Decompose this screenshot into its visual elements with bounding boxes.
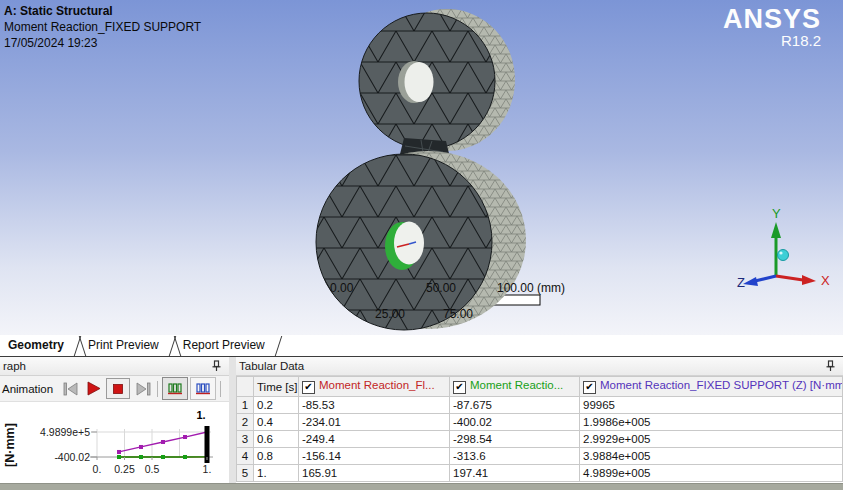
- x-axis-arrow[interactable]: [776, 276, 803, 280]
- moment-y-column-header[interactable]: ✔Moment Reactio...: [450, 377, 580, 397]
- pin-icon: [211, 360, 222, 372]
- view-tabbar: Geometry Print Preview Report Preview: [0, 335, 843, 357]
- graph-panel: raph Animation: [0, 357, 230, 483]
- result-graph-svg: 1.0.0.250.51.4.9899e+5-400.02[N·mm]: [0, 402, 229, 484]
- tab-geometry[interactable]: Geometry: [0, 335, 80, 356]
- result-bars-button[interactable]: [162, 377, 188, 400]
- play-icon: [86, 381, 101, 396]
- ansys-brand-text: ANSYS: [723, 5, 821, 33]
- svg-text:0.25: 0.25: [114, 463, 135, 475]
- skip-to-end-button[interactable]: [132, 379, 153, 398]
- moment-x-column-header[interactable]: ✔Moment Reaction_Fl...: [299, 377, 450, 397]
- svg-text:0.5: 0.5: [145, 463, 160, 475]
- result-annotation: A: Static Structural Moment Reaction_FIX…: [4, 3, 201, 51]
- stop-button[interactable]: [106, 378, 130, 399]
- svg-text:75.00: 75.00: [443, 307, 473, 321]
- bottom-panels: raph Animation: [0, 357, 843, 483]
- ansys-mechanical-window: 0.00 50.00 100.00 (mm) 25.00 75.00 A: St…: [0, 0, 843, 490]
- y-axis-label: Y: [772, 206, 781, 221]
- svg-text:0.: 0.: [93, 463, 102, 475]
- graph-pin-button[interactable]: [210, 360, 223, 373]
- ansys-version-text: R18.2: [723, 33, 821, 49]
- svg-text:100.00 (mm): 100.00 (mm): [497, 281, 565, 295]
- column-checkbox[interactable]: ✔: [453, 381, 466, 394]
- moment-z-column-header[interactable]: ✔Moment Reaction_FIXED SUPPORT (Z) [N·mm…: [580, 377, 843, 397]
- toolbar-separator: [157, 381, 158, 397]
- chart-bars-blue-icon: [195, 382, 211, 396]
- skip-to-end-icon: [135, 382, 151, 396]
- stop-icon: [112, 383, 124, 395]
- skip-to-start-button[interactable]: [60, 379, 81, 398]
- chart-bars-green-icon: [167, 382, 183, 396]
- animation-toolbar: Animation: [0, 376, 229, 402]
- svg-text:4.9899e+5: 4.9899e+5: [40, 426, 90, 438]
- tab-geometry-label: Geometry: [8, 338, 64, 352]
- graph-panel-title: raph: [3, 360, 210, 372]
- svg-text:-400.02: -400.02: [54, 451, 90, 463]
- lower-gear-hole: [394, 222, 424, 265]
- tabular-data-table: Time [s] ✔Moment Reaction_Fl... ✔Moment …: [236, 376, 843, 482]
- tab-print-preview[interactable]: Print Preview: [80, 335, 175, 356]
- z-axis-label: Z: [737, 275, 745, 290]
- lower-gear-mesh[interactable]: [316, 151, 526, 330]
- column-checkbox[interactable]: ✔: [302, 381, 315, 394]
- graph-panel-titlebar: raph: [0, 357, 229, 376]
- toolbar-separator: [220, 381, 221, 397]
- isometric-ball[interactable]: [778, 250, 789, 261]
- table-row[interactable]: 2 0.4 -234.01 -400.02 1.9986e+005: [237, 414, 843, 431]
- tab-report-preview-label: Report Preview: [183, 338, 265, 352]
- z-axis-arrow[interactable]: [755, 276, 776, 281]
- orientation-triad[interactable]: Y X Z: [715, 192, 843, 297]
- result-name: Moment Reaction_FIXED SUPPORT: [4, 19, 201, 35]
- table-header-row: Time [s] ✔Moment Reaction_Fl... ✔Moment …: [237, 377, 843, 397]
- svg-text:50.00: 50.00: [426, 281, 456, 295]
- table-row[interactable]: 4 0.8 -156.14 -313.6 3.9884e+005: [237, 448, 843, 465]
- model-viewport[interactable]: 0.00 50.00 100.00 (mm) 25.00 75.00 A: St…: [0, 0, 843, 335]
- svg-text:[N·mm]: [N·mm]: [3, 423, 17, 467]
- tabular-pin-button[interactable]: [824, 360, 837, 373]
- contour-bars-button[interactable]: [190, 377, 216, 400]
- time-column-header[interactable]: Time [s]: [254, 377, 299, 397]
- ansys-logo: ANSYS R18.2: [723, 5, 821, 49]
- tab-print-preview-label: Print Preview: [88, 338, 159, 352]
- svg-text:0.00: 0.00: [330, 281, 354, 295]
- result-graph[interactable]: 1.0.0.250.51.4.9899e+5-400.02[N·mm]: [0, 402, 229, 484]
- result-timestamp: 17/05/2024 19:23: [4, 35, 201, 51]
- pin-icon: [825, 360, 836, 372]
- play-button[interactable]: [83, 379, 104, 398]
- status-strip: [0, 483, 843, 490]
- table-row[interactable]: 1 0.2 -85.53 -87.675 99965: [237, 397, 843, 414]
- corner-header-cell: [237, 377, 254, 397]
- tab-report-preview[interactable]: Report Preview: [175, 335, 281, 356]
- svg-text:1.: 1.: [196, 409, 205, 421]
- svg-text:25.00: 25.00: [375, 307, 405, 321]
- column-checkbox[interactable]: ✔: [583, 381, 596, 394]
- svg-text:1.: 1.: [203, 463, 212, 475]
- tabular-data-panel: Tabular Data Time [s]: [236, 357, 843, 483]
- x-axis-label: X: [821, 273, 830, 288]
- upper-gear-mesh[interactable]: [359, 9, 515, 151]
- tabular-data-title: Tabular Data: [239, 360, 824, 372]
- animation-label: Animation: [2, 383, 53, 395]
- skip-to-start-icon: [63, 382, 79, 396]
- table-row[interactable]: 5 1. 165.91 197.41 4.9899e+005: [237, 465, 843, 482]
- tabular-data-titlebar: Tabular Data: [236, 357, 843, 376]
- analysis-title: A: Static Structural: [4, 3, 201, 19]
- table-row[interactable]: 3 0.6 -249.4 -298.54 2.9929e+005: [237, 431, 843, 448]
